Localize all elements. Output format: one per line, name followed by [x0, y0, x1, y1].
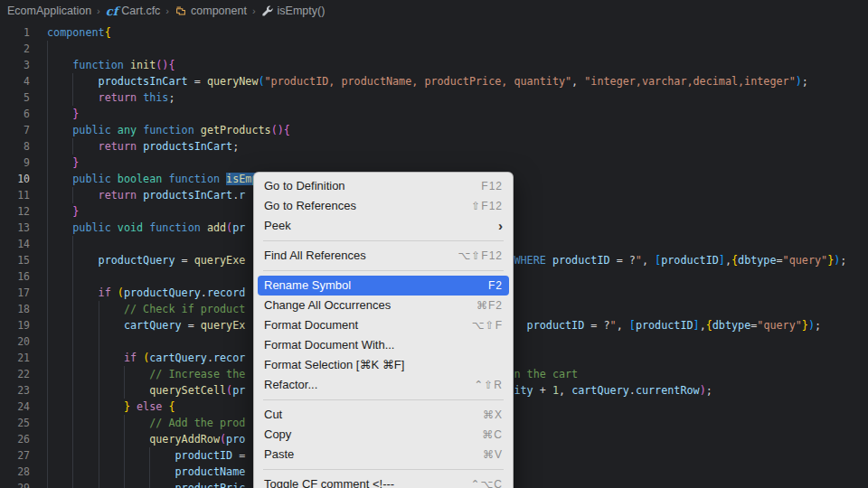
breadcrumb-label: isEmpty(): [278, 5, 326, 17]
line-text: productsInCart = queryNew("productID, pr…: [47, 73, 868, 89]
indent-guide: [72, 138, 73, 155]
indent-guide: [72, 187, 73, 203]
line-number: 11: [0, 187, 30, 203]
breadcrumb-label: component: [191, 5, 247, 17]
line-number: 5: [0, 89, 30, 106]
code-line[interactable]: 1component{: [0, 24, 868, 41]
line-text: }: [47, 155, 868, 171]
menu-item-format-document[interactable]: Format Document⌥⇧F: [258, 315, 509, 335]
menu-item-label: Peek: [264, 216, 498, 236]
indent-guide: [47, 106, 48, 122]
code-token: }: [802, 319, 808, 332]
code-line[interactable]: 3 function init(){: [0, 57, 868, 73]
code-token: ,: [571, 75, 584, 88]
code-token: [130, 400, 137, 413]
indent-guide: [72, 399, 73, 415]
code-token: (: [118, 286, 124, 299]
code-line[interactable]: 9 }: [0, 155, 868, 171]
code-token: add: [207, 221, 226, 234]
code-token: [47, 465, 175, 478]
breadcrumb-item-component[interactable]: component: [175, 5, 247, 17]
code-token: dbtype: [712, 319, 750, 332]
code-token: }: [72, 108, 79, 120]
indent-guide: [72, 268, 73, 285]
indent-guide: [72, 301, 73, 317]
code-token: [124, 59, 130, 71]
line-number: 15: [0, 252, 30, 268]
menu-item-rename-symbol[interactable]: Rename SymbolF2: [258, 276, 509, 296]
code-token: = ?: [584, 319, 609, 332]
code-line[interactable]: 7 public any function getProducts(){: [0, 122, 868, 138]
line-number: 12: [0, 203, 30, 220]
breadcrumb-separator: ›: [97, 5, 100, 16]
code-token: {: [706, 319, 712, 332]
menu-item-toggle-cf-comment[interactable]: Toggle CF comment <!---⌃⌥C: [258, 474, 509, 488]
code-token: // Check if product: [124, 303, 245, 315]
indent-guide: [47, 268, 48, 285]
line-number: 24: [0, 399, 30, 415]
context-menu: Go to DefinitionF12Go to References⇧F12P…: [253, 172, 514, 488]
code-token: "integer,varchar,decimal,integer": [584, 75, 795, 88]
menu-item-refactor[interactable]: Refactor...⌃⇧R: [258, 375, 509, 395]
code-token: pro: [226, 433, 245, 446]
menu-item-change-all-occurrences[interactable]: Change All Occurrences⌘F2: [258, 296, 509, 315]
menu-item-find-all-references[interactable]: Find All References⌥⇧F12: [258, 246, 509, 266]
indent-guide: [72, 447, 73, 464]
code-token: ;: [840, 254, 846, 267]
code-line[interactable]: 8 return productsInCart;: [0, 138, 868, 155]
indent-guide: [124, 447, 125, 464]
indent-guide: [124, 366, 125, 382]
menu-item-shortcut: F2: [488, 276, 503, 296]
code-line[interactable]: 2: [0, 41, 868, 57]
code-token: [47, 173, 72, 185]
indent-guide: [47, 382, 48, 399]
breadcrumb-item-project[interactable]: EcomApplication: [7, 5, 91, 17]
code-token: record: [207, 286, 245, 299]
code-token: public: [72, 173, 110, 185]
indent-guide: [72, 415, 73, 431]
indent-guide: [47, 464, 48, 480]
menu-item-cut[interactable]: Cut⌘X: [258, 405, 509, 425]
menu-item-label: Cut: [264, 405, 483, 425]
indent-guide: [72, 366, 73, 382]
menu-item-format-selection-k-f[interactable]: Format Selection [⌘K ⌘F]: [258, 355, 509, 375]
code-token: productID: [552, 254, 610, 267]
indent-guide: [124, 382, 125, 399]
indent-guide: [72, 464, 73, 480]
code-token: return: [99, 189, 137, 202]
code-token: [201, 221, 207, 234]
menu-item-shortcut: ⌘C: [482, 425, 503, 445]
line-number: 29: [0, 480, 30, 488]
code-token: function: [149, 221, 201, 234]
code-line[interactable]: 4 productsInCart = queryNew("productID, …: [0, 73, 868, 89]
breadcrumb-item-file[interactable]: cf Cart.cfc: [106, 5, 161, 17]
menu-item-paste[interactable]: Paste⌘V: [258, 445, 509, 465]
breadcrumb-label: EcomApplication: [7, 5, 91, 17]
code-token: {: [105, 26, 111, 39]
code-token: [111, 221, 118, 234]
code-token: productsInCart: [143, 140, 232, 153]
menu-item-copy[interactable]: Copy⌘C: [258, 425, 509, 445]
indent-guide: [99, 415, 99, 431]
code-token: ;: [706, 384, 712, 397]
code-token: [111, 286, 118, 299]
menu-item-go-to-references[interactable]: Go to References⇧F12: [258, 196, 509, 216]
code-line[interactable]: 6 }: [0, 106, 868, 122]
indent-guide: [99, 399, 99, 415]
code-line[interactable]: 5 return this;: [0, 89, 868, 106]
menu-item-format-document-with[interactable]: Format Document With...: [258, 335, 509, 355]
menu-item-peek[interactable]: Peek›: [258, 216, 509, 236]
code-token: init: [130, 59, 156, 71]
code-token: =: [188, 75, 207, 88]
code-token: getProducts: [201, 124, 271, 136]
code-token: dbtype: [738, 254, 776, 267]
code-token: ): [700, 384, 706, 397]
code-token: "productID, productName, productPrice, q…: [265, 75, 572, 88]
breadcrumb-item-method[interactable]: isEmpty(): [261, 5, 326, 17]
code-token: [111, 173, 118, 185]
code-token: boolean: [118, 173, 163, 185]
indent-guide: [47, 41, 48, 57]
menu-item-go-to-definition[interactable]: Go to DefinitionF12: [258, 176, 509, 196]
breadcrumb-label: Cart.cfc: [121, 5, 160, 17]
code-token: productName: [175, 465, 245, 478]
